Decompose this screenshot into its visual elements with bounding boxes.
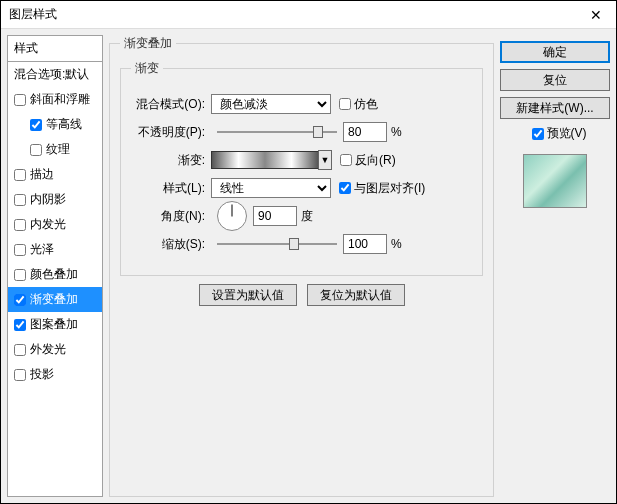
styles-panel: 样式 混合选项:默认 斜面和浮雕等高线纹理描边内阴影内发光光泽颜色叠加渐变叠加图… (7, 35, 103, 497)
layer-style-dialog: 图层样式 ✕ 样式 混合选项:默认 斜面和浮雕等高线纹理描边内阴影内发光光泽颜色… (0, 0, 617, 504)
opacity-slider[interactable] (217, 124, 337, 140)
style-item-label: 光泽 (30, 241, 54, 258)
style-item-label: 纹理 (46, 141, 70, 158)
gradient-dropdown-icon[interactable]: ▼ (318, 150, 332, 170)
style-item-10[interactable]: 外发光 (8, 337, 102, 362)
style-item-label: 内发光 (30, 216, 66, 233)
style-item-checkbox[interactable] (14, 294, 26, 306)
scale-unit: % (391, 237, 402, 251)
gradient-preview[interactable] (211, 151, 319, 169)
styles-header: 样式 (8, 36, 102, 62)
reset-default-button[interactable]: 复位为默认值 (307, 284, 405, 306)
align-checkbox[interactable]: 与图层对齐(I) (339, 180, 425, 197)
align-input[interactable] (339, 182, 351, 194)
dither-input[interactable] (339, 98, 351, 110)
style-item-checkbox[interactable] (14, 244, 26, 256)
style-item-label: 投影 (30, 366, 54, 383)
style-item-8[interactable]: 渐变叠加 (8, 287, 102, 312)
close-button[interactable]: ✕ (576, 1, 616, 29)
preview-input[interactable] (532, 128, 544, 140)
scale-slider[interactable] (217, 236, 337, 252)
style-item-0[interactable]: 斜面和浮雕 (8, 87, 102, 112)
gradient-label: 渐变: (131, 152, 211, 169)
style-item-checkbox[interactable] (14, 219, 26, 231)
dither-checkbox[interactable]: 仿色 (339, 96, 378, 113)
style-item-label: 颜色叠加 (30, 266, 78, 283)
style-item-checkbox[interactable] (30, 119, 42, 131)
style-item-checkbox[interactable] (14, 344, 26, 356)
window-title: 图层样式 (9, 6, 57, 23)
style-item-checkbox[interactable] (14, 319, 26, 331)
style-item-label: 外发光 (30, 341, 66, 358)
style-item-2[interactable]: 纹理 (8, 137, 102, 162)
style-item-checkbox[interactable] (30, 144, 42, 156)
scale-input[interactable] (343, 234, 387, 254)
style-item-9[interactable]: 图案叠加 (8, 312, 102, 337)
ok-button[interactable]: 确定 (500, 41, 610, 63)
blend-mode-label: 混合模式(O): (131, 96, 211, 113)
opacity-unit: % (391, 125, 402, 139)
style-item-checkbox[interactable] (14, 194, 26, 206)
angle-dial[interactable] (217, 201, 247, 231)
reverse-checkbox[interactable]: 反向(R) (340, 152, 396, 169)
settings-panel: 渐变叠加 渐变 混合模式(O): 颜色减淡 仿色 不透明度(P): (109, 35, 494, 497)
opacity-label: 不透明度(P): (131, 124, 211, 141)
align-label: 与图层对齐(I) (354, 180, 425, 197)
style-item-checkbox[interactable] (14, 169, 26, 181)
preview-checkbox[interactable]: 预览(V) (508, 125, 610, 142)
preview-label: 预览(V) (547, 125, 587, 142)
reverse-input[interactable] (340, 154, 352, 166)
style-select[interactable]: 线性 (211, 178, 331, 198)
opacity-input[interactable] (343, 122, 387, 142)
style-item-1[interactable]: 等高线 (8, 112, 102, 137)
style-item-11[interactable]: 投影 (8, 362, 102, 387)
style-item-7[interactable]: 颜色叠加 (8, 262, 102, 287)
style-item-label: 斜面和浮雕 (30, 91, 90, 108)
preview-thumbnail (523, 154, 587, 208)
cancel-button[interactable]: 复位 (500, 69, 610, 91)
group-title: 渐变叠加 (120, 35, 176, 52)
style-item-label: 内阴影 (30, 191, 66, 208)
style-item-label: 图案叠加 (30, 316, 78, 333)
style-item-6[interactable]: 光泽 (8, 237, 102, 262)
style-item-checkbox[interactable] (14, 369, 26, 381)
style-item-checkbox[interactable] (14, 94, 26, 106)
style-item-checkbox[interactable] (14, 269, 26, 281)
style-item-label: 描边 (30, 166, 54, 183)
angle-label: 角度(N): (131, 208, 211, 225)
blend-options-label: 混合选项:默认 (14, 66, 89, 83)
blend-mode-select[interactable]: 颜色减淡 (211, 94, 331, 114)
angle-unit: 度 (301, 208, 313, 225)
blend-options-item[interactable]: 混合选项:默认 (8, 62, 102, 87)
dither-label: 仿色 (354, 96, 378, 113)
style-item-label: 等高线 (46, 116, 82, 133)
inner-title: 渐变 (131, 60, 163, 77)
style-label: 样式(L): (131, 180, 211, 197)
new-style-button[interactable]: 新建样式(W)... (500, 97, 610, 119)
scale-label: 缩放(S): (131, 236, 211, 253)
style-item-3[interactable]: 描边 (8, 162, 102, 187)
make-default-button[interactable]: 设置为默认值 (199, 284, 297, 306)
titlebar: 图层样式 ✕ (1, 1, 616, 29)
style-item-label: 渐变叠加 (30, 291, 78, 308)
right-panel: 确定 复位 新建样式(W)... 预览(V) (500, 35, 610, 497)
style-item-4[interactable]: 内阴影 (8, 187, 102, 212)
style-item-5[interactable]: 内发光 (8, 212, 102, 237)
angle-input[interactable] (253, 206, 297, 226)
reverse-label: 反向(R) (355, 152, 396, 169)
